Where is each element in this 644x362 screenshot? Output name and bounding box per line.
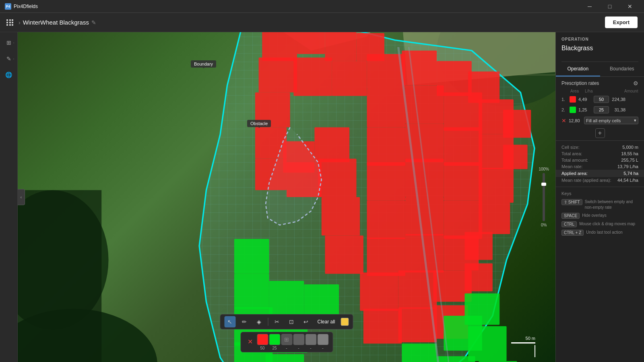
svg-rect-74 xyxy=(266,354,304,362)
rate-lha-input-1[interactable] xyxy=(594,96,609,103)
rate-color-1[interactable] xyxy=(570,96,576,103)
stat-total-amount-label: Total amount: xyxy=(561,158,588,162)
settings-gear-icon[interactable]: ⚙ xyxy=(633,80,638,86)
gray2-swatch[interactable] xyxy=(305,334,316,345)
prescription-title: Prescription rates xyxy=(561,80,599,86)
minimize-button[interactable]: ─ xyxy=(580,0,599,13)
field-overlay xyxy=(18,32,555,362)
grid-swatch[interactable]: ⊞ xyxy=(281,334,292,345)
scale-label: 50 m xyxy=(526,336,535,341)
content-area: ⊞ › ✎ › 🌐 xyxy=(0,32,644,362)
swatch-green-item: 25 xyxy=(269,334,280,350)
gray3-swatch[interactable] xyxy=(317,334,328,345)
map-area[interactable]: Boundary Obstacle ‹ ↖ ✏ ◈ ✂ ⊡ ↩ Clear al… xyxy=(18,32,555,362)
stat-mean-rate-value: 13,79 L/ha xyxy=(617,164,638,169)
export-button[interactable]: Export xyxy=(605,16,638,28)
no-color-swatch[interactable]: ✕ xyxy=(245,336,256,348)
titlebar: P4 Pix4Dfields ─ □ ✕ xyxy=(0,0,644,13)
export-map-tool-button[interactable]: ⊡ xyxy=(286,316,297,327)
stat-applied-area: Applied area: 5,74 ha xyxy=(556,170,644,177)
zoom-thumb[interactable] xyxy=(541,183,546,186)
svg-rect-11 xyxy=(325,32,356,61)
shift-key-badge: ⇧ SHIFT xyxy=(561,199,582,205)
window-controls: ─ □ ✕ xyxy=(580,0,639,13)
app-icon: P4 xyxy=(5,3,11,10)
rate-lha-input-2[interactable] xyxy=(594,106,609,113)
green-swatch-label: 25 xyxy=(272,346,277,350)
tab-boundaries[interactable]: Boundaries xyxy=(600,62,644,76)
key-space: SPACE Hide overlays xyxy=(561,213,638,219)
ctrl-z-key-badge: CTRL + Z xyxy=(561,230,584,236)
stat-cell-size-label: Cell size: xyxy=(561,145,580,150)
sidebar-tools-icon[interactable]: ✎ › xyxy=(2,52,15,65)
swatch-gray1-item: - xyxy=(293,334,304,350)
key-ctrl: CTRL Mouse click & drag moves map xyxy=(561,221,638,227)
swatch-gray2-item: - xyxy=(305,334,316,350)
svg-rect-9 xyxy=(262,32,297,61)
svg-rect-48 xyxy=(322,197,360,235)
stat-mean-rate-applied-label: Mean rate (applied area): xyxy=(561,178,611,183)
stats-section: Cell size: 5,000 m Total area: 18,55 ha … xyxy=(556,140,644,187)
close-button[interactable]: ✕ xyxy=(621,0,639,13)
svg-rect-66 xyxy=(464,293,500,325)
color-picker-swatch[interactable] xyxy=(341,318,349,326)
stat-applied-area-value: 5,74 ha xyxy=(623,171,638,176)
scale-bar: 50 m xyxy=(511,336,535,357)
svg-rect-69 xyxy=(437,356,475,362)
svg-rect-32 xyxy=(405,159,444,197)
cut-tool-button[interactable]: ✂ xyxy=(271,316,283,327)
empty-rate-x-icon: ✕ xyxy=(561,117,566,124)
swatch-x-item: ✕ xyxy=(245,336,256,348)
svg-rect-35 xyxy=(367,201,405,239)
rate-area-2: 1,25 xyxy=(578,107,591,112)
red-swatch-label: 50 xyxy=(260,346,264,350)
edit-title-icon[interactable]: ✎ xyxy=(91,19,96,26)
apps-grid-icon[interactable] xyxy=(6,19,14,26)
gray1-swatch[interactable] xyxy=(293,334,304,345)
fill-empty-cells-dropdown[interactable]: Fill all empty cells ▾ xyxy=(584,117,638,124)
clear-all-button[interactable]: Clear all xyxy=(315,317,337,326)
bottom-toolbar: ↖ ✏ ◈ ✂ ⊡ ↩ Clear all ✕ 50 xyxy=(220,314,353,352)
svg-rect-21 xyxy=(367,89,405,127)
space-key-desc: Hide overlays xyxy=(582,213,607,218)
svg-rect-59 xyxy=(234,274,269,309)
select-tool-button[interactable]: ↖ xyxy=(224,316,235,327)
shift-key-desc: Switch between empty and non-empty rate xyxy=(585,199,638,210)
svg-rect-54 xyxy=(363,309,402,344)
operation-header-section: OPERATION Blackgrass xyxy=(556,32,644,62)
stat-applied-area-label: Applied area: xyxy=(561,171,588,176)
collapse-panel-button[interactable]: ‹ xyxy=(18,189,25,205)
pen-tool-button[interactable]: ✏ xyxy=(239,316,250,327)
grid-swatch-label: - xyxy=(286,346,287,350)
column-headers: Area L/ha Amount xyxy=(556,88,644,94)
svg-rect-30 xyxy=(503,145,528,169)
rate-color-2[interactable] xyxy=(570,107,576,113)
rate-area-1: 4,49 xyxy=(578,97,591,102)
svg-rect-70 xyxy=(402,343,437,362)
red-swatch[interactable] xyxy=(257,334,268,345)
svg-rect-58 xyxy=(234,239,269,274)
key-shift: ⇧ SHIFT Switch between empty and non-emp… xyxy=(561,199,638,210)
svg-rect-44 xyxy=(314,127,349,162)
sidebar-layers-icon[interactable]: ⊞ › xyxy=(2,36,15,49)
rate-num-2: 2. xyxy=(561,107,567,112)
add-rate-button[interactable]: + xyxy=(595,128,605,138)
stat-cell-size-value: 5,000 m xyxy=(622,145,638,150)
svg-rect-28 xyxy=(444,127,482,165)
sidebar-globe-icon[interactable]: 🌐 xyxy=(2,68,15,81)
stat-mean-rate: Mean rate: 13,79 L/ha xyxy=(561,163,638,170)
zoom-min-label: 0% xyxy=(541,223,547,227)
maximize-button[interactable]: □ xyxy=(601,0,619,13)
svg-rect-23 xyxy=(444,93,482,131)
rate-row-2: 2. 1,25 31,38 xyxy=(556,105,644,115)
green-swatch[interactable] xyxy=(269,334,280,345)
zoom-track[interactable] xyxy=(543,173,545,221)
fill-tool-button[interactable]: ◈ xyxy=(253,316,264,327)
zoom-max-label: 100% xyxy=(539,167,549,171)
tab-operation[interactable]: Operation xyxy=(556,62,600,76)
svg-rect-10 xyxy=(297,32,325,54)
tabs-row: Operation Boundaries xyxy=(556,62,644,77)
undo-tool-button[interactable]: ↩ xyxy=(300,316,312,327)
gray1-swatch-label: - xyxy=(298,346,299,350)
col-lha: L/ha xyxy=(585,89,600,93)
